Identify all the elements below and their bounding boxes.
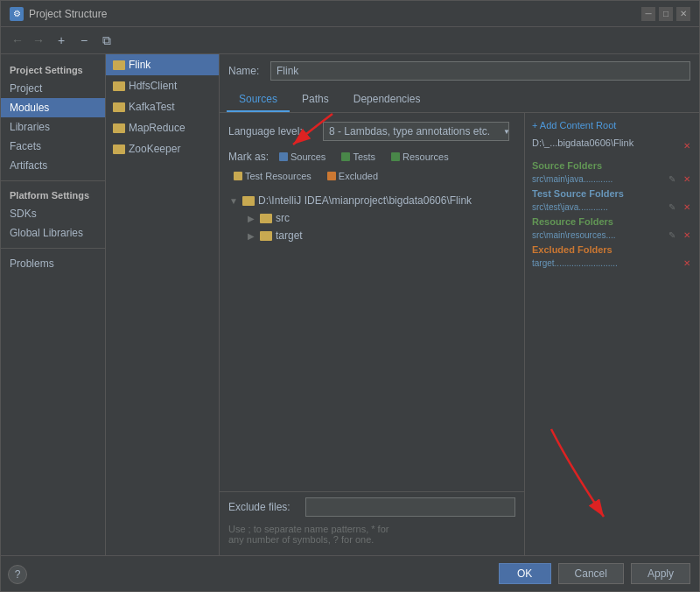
left-sidebar: Project Settings Project Modules Librari… bbox=[1, 54, 106, 555]
tree-item-target[interactable]: ▶ target bbox=[220, 227, 524, 244]
exclude-files-input[interactable] bbox=[305, 497, 515, 517]
sidebar-item-problems[interactable]: Problems bbox=[1, 254, 105, 273]
back-button[interactable]: ← bbox=[8, 32, 27, 49]
forward-button[interactable]: → bbox=[29, 32, 48, 49]
language-level-select[interactable]: 8 - Lambdas, type annotations etc. bbox=[323, 122, 509, 141]
mark-as-tests-button[interactable]: Tests bbox=[336, 150, 381, 164]
test-folder-path: src\test\java............ bbox=[532, 202, 667, 212]
sidebar-item-modules[interactable]: Modules bbox=[1, 98, 105, 117]
remove-test-path-button[interactable]: ✕ bbox=[682, 202, 692, 212]
module-list: Flink HdfsClient KafkaTest MapReduce Zoo… bbox=[106, 54, 220, 555]
tree-target-folder-icon bbox=[260, 231, 272, 241]
module-folder-icon bbox=[113, 81, 125, 91]
excluded-path-actions: ✕ bbox=[680, 258, 692, 268]
resource-folder-path: src\main\resources.... bbox=[532, 230, 667, 240]
ok-button[interactable]: OK bbox=[499, 563, 551, 584]
remove-source-path-button[interactable]: ✕ bbox=[682, 174, 692, 184]
tree-item-root[interactable]: ▼ D:\IntelliJ IDEA\mianproject\bigdata06… bbox=[220, 192, 524, 209]
test-resources-color-indicator bbox=[234, 172, 242, 180]
tabs-row: Sources Paths Dependencies bbox=[220, 88, 699, 113]
test-path-actions: ✎ ✕ bbox=[667, 202, 692, 212]
tab-paths[interactable]: Paths bbox=[290, 88, 341, 112]
tree-root-label: D:\IntelliJ IDEA\mianproject\bigdata0606… bbox=[258, 194, 472, 207]
tree-item-src[interactable]: ▶ src bbox=[220, 209, 524, 227]
edit-resource-path-button[interactable]: ✎ bbox=[667, 230, 677, 240]
dialog-title: Project Structure bbox=[29, 8, 107, 20]
cancel-button[interactable]: Cancel bbox=[558, 563, 624, 584]
sidebar-item-libraries[interactable]: Libraries bbox=[1, 117, 105, 137]
copy-button[interactable]: ⧉ bbox=[97, 31, 116, 50]
source-folders-title: Source Folders bbox=[532, 160, 692, 171]
sidebar-item-sdks[interactable]: SDKs bbox=[1, 204, 105, 223]
name-input[interactable] bbox=[270, 61, 690, 81]
nav-buttons: ← → bbox=[8, 32, 48, 49]
module-item-hdfsclient[interactable]: HdfsClient bbox=[106, 75, 219, 96]
remove-content-root-button[interactable]: ✕ bbox=[682, 141, 692, 151]
tests-color-indicator bbox=[341, 152, 350, 161]
remove-resource-path-button[interactable]: ✕ bbox=[682, 230, 692, 240]
language-level-row: Language level: 8 - Lambdas, type annota… bbox=[220, 118, 524, 144]
sidebar-item-artifacts[interactable]: Artifacts bbox=[1, 156, 105, 175]
sidebar-item-global-libraries[interactable]: Global Libraries bbox=[1, 223, 105, 243]
edit-source-path-button[interactable]: ✎ bbox=[667, 174, 677, 184]
excluded-path-row: target.......................... ✕ bbox=[532, 257, 692, 269]
title-controls: ─ □ ✕ bbox=[641, 7, 690, 21]
maximize-button[interactable]: □ bbox=[659, 7, 673, 21]
resource-path-row: src\main\resources.... ✎ ✕ bbox=[532, 229, 692, 241]
module-item-mapreduce[interactable]: MapReduce bbox=[106, 117, 219, 138]
tree-target-label: target bbox=[276, 229, 303, 242]
name-row: Name: bbox=[220, 54, 699, 88]
module-item-kafkatest[interactable]: KafkaTest bbox=[106, 96, 219, 117]
platform-settings-heading: Platform Settings bbox=[1, 187, 105, 204]
help-button[interactable]: ? bbox=[8, 565, 27, 584]
excluded-folder-path: target.......................... bbox=[532, 258, 680, 268]
sources-color-indicator bbox=[279, 152, 288, 161]
mark-as-row: Mark as: Sources Tests Resources bbox=[220, 144, 524, 188]
tree-src-folder-icon bbox=[260, 214, 272, 223]
name-label: Name: bbox=[228, 65, 263, 77]
excluded-folders-title: Excluded Folders bbox=[532, 244, 692, 255]
dialog-toolbar: ← → + − ⧉ bbox=[1, 27, 699, 54]
mark-as-label: Mark as: bbox=[228, 151, 269, 163]
remove-excluded-path-button[interactable]: ✕ bbox=[682, 258, 692, 268]
module-item-zookeeper[interactable]: ZooKeeper bbox=[106, 138, 219, 159]
exclude-files-row: Exclude files: bbox=[220, 491, 524, 522]
add-content-root-button[interactable]: + Add Content Root bbox=[532, 118, 692, 136]
source-path-actions: ✎ ✕ bbox=[667, 174, 692, 184]
apply-button[interactable]: Apply bbox=[631, 563, 690, 584]
tree-src-label: src bbox=[276, 212, 290, 224]
mark-as-sources-button[interactable]: Sources bbox=[274, 150, 331, 164]
test-source-folders-title: Test Source Folders bbox=[532, 188, 692, 199]
sidebar-item-facets[interactable]: Facets bbox=[1, 137, 105, 156]
project-structure-dialog: ⚙ Project Structure ─ □ ✕ ← → + − ⧉ Proj… bbox=[0, 0, 700, 592]
resource-folders-title: Resource Folders bbox=[532, 216, 692, 227]
minimize-button[interactable]: ─ bbox=[641, 7, 655, 21]
info-panel: + Add Content Root D:\_...bigdata0606\Fl… bbox=[524, 113, 699, 555]
remove-button[interactable]: − bbox=[74, 31, 94, 50]
module-item-flink[interactable]: Flink bbox=[106, 54, 219, 75]
mark-as-excluded-button[interactable]: Excluded bbox=[322, 169, 383, 183]
add-button[interactable]: + bbox=[52, 31, 71, 50]
sidebar-item-project[interactable]: Project bbox=[1, 79, 105, 98]
tree-area: ▼ D:\IntelliJ IDEA\mianproject\bigdata06… bbox=[220, 188, 524, 491]
sidebar-divider bbox=[1, 180, 105, 181]
tree-target-expand-icon: ▶ bbox=[246, 230, 256, 241]
tree-expand-icon: ▼ bbox=[228, 195, 239, 206]
tab-sources[interactable]: Sources bbox=[227, 88, 290, 112]
project-settings-heading: Project Settings bbox=[1, 61, 105, 79]
tab-dependencies[interactable]: Dependencies bbox=[341, 88, 433, 112]
sidebar-divider-2 bbox=[1, 248, 105, 249]
mark-as-resources-button[interactable]: Resources bbox=[386, 150, 454, 164]
title-bar-left: ⚙ Project Structure bbox=[10, 7, 107, 21]
mark-as-test-resources-button[interactable]: Test Resources bbox=[228, 169, 317, 183]
language-select-wrapper: 8 - Lambdas, type annotations etc. bbox=[323, 122, 515, 141]
bottom-bar: OK Cancel Apply bbox=[1, 555, 699, 591]
right-panel: Name: Sources Paths Dependencies bbox=[220, 54, 699, 555]
resources-color-indicator bbox=[391, 152, 400, 161]
module-folder-icon bbox=[113, 102, 125, 112]
source-folder-path: src\main\java............ bbox=[532, 174, 667, 184]
center-panel: Language level: 8 - Lambdas, type annota… bbox=[220, 113, 524, 555]
edit-test-path-button[interactable]: ✎ bbox=[667, 202, 677, 212]
close-button[interactable]: ✕ bbox=[676, 7, 690, 21]
main-content: Project Settings Project Modules Librari… bbox=[1, 54, 699, 555]
